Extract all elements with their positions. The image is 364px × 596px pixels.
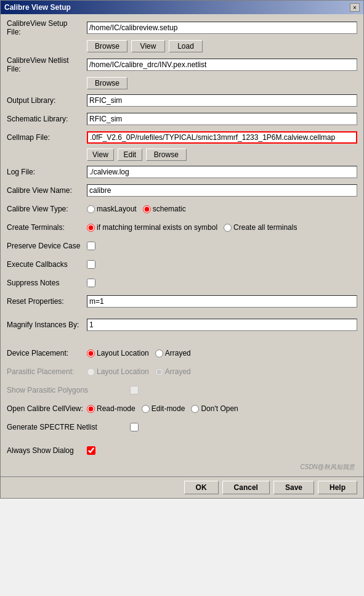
setup-file-buttons: Browse View Load [87, 40, 357, 52]
suppress-notes-checkbox-item [87, 279, 95, 287]
create-terminals-row: Create Terminals: if matching terminal e… [7, 220, 357, 235]
device-placement-arrayed-label: Arrayed [165, 349, 191, 357]
cellmap-browse-button[interactable]: Browse [146, 149, 187, 161]
open-calibre-edit[interactable]: Edit-mode [142, 404, 185, 413]
magnify-instances-input[interactable] [87, 319, 357, 331]
open-calibre-dont-label: Don't Open [201, 404, 238, 413]
watermark: CSDN@秋风知我意 [7, 462, 357, 471]
open-calibre-dont[interactable]: Don't Open [191, 404, 238, 413]
create-terminals-radio-group: if matching terminal exists on symbol Cr… [87, 223, 297, 232]
setup-view-button[interactable]: View [131, 40, 165, 52]
save-button[interactable]: Save [273, 481, 314, 494]
calibre-view-name-input[interactable] [87, 184, 357, 197]
magnify-instances-row: Magnify Instances By: [7, 317, 357, 332]
netlist-file-label: CalibreView Netlist File: [7, 56, 87, 73]
terminals-create-all-label: Create all terminals [233, 223, 297, 232]
always-show-checkbox-item [87, 446, 95, 455]
generate-spectre-checkbox[interactable] [130, 423, 139, 431]
parasitic-placement-layout[interactable]: Layout Location [87, 367, 149, 376]
open-calibre-read[interactable]: Read-mode [87, 404, 135, 413]
view-type-mask-label: maskLayout [97, 205, 137, 213]
device-placement-layout[interactable]: Layout Location [87, 349, 149, 357]
parasitic-placement-arrayed[interactable]: Arrayed [155, 367, 191, 376]
view-type-schematic[interactable]: schematic [143, 205, 186, 213]
view-type-radio-group: maskLayout schematic [87, 205, 186, 213]
cellmap-view-button[interactable]: View [87, 149, 114, 161]
show-parasitic-checkbox-item [130, 386, 139, 394]
generate-spectre-label: Generate SPECTRE Netlist [7, 423, 130, 431]
view-type-schematic-label: schematic [153, 205, 186, 213]
close-button[interactable]: × [350, 3, 360, 12]
terminals-matching-radio[interactable] [87, 224, 95, 232]
open-calibre-read-radio[interactable] [87, 405, 95, 413]
preserve-device-case-row: Preserve Device Case [7, 239, 357, 253]
log-file-label: Log File: [7, 168, 87, 176]
output-library-label: Output Library: [7, 96, 87, 105]
device-placement-arrayed[interactable]: Arrayed [155, 349, 191, 357]
setup-file-input[interactable] [87, 22, 357, 34]
terminals-matching-label: if matching terminal exists on symbol [97, 223, 217, 232]
form-content: CalibreView Setup File: Browse View Load… [1, 14, 363, 476]
cellmap-edit-button[interactable]: Edit [118, 149, 142, 161]
suppress-notes-row: Suppress Notes [7, 276, 357, 290]
main-window: Calibre View Setup × CalibreView Setup F… [0, 0, 364, 499]
schematic-library-label: Schematic Library: [7, 115, 87, 123]
suppress-notes-checkbox[interactable] [87, 279, 95, 287]
log-file-row: Log File: [7, 165, 357, 179]
always-show-row: Always Show Dialog [7, 443, 357, 458]
terminals-create-all[interactable]: Create all terminals [224, 223, 297, 232]
parasitic-placement-layout-label: Layout Location [97, 367, 149, 376]
view-type-mask-radio[interactable] [87, 205, 95, 213]
title-bar: Calibre View Setup × [1, 1, 363, 14]
always-show-checkbox[interactable] [87, 446, 95, 455]
netlist-file-buttons: Browse [87, 77, 357, 89]
cellmap-file-buttons: View Edit Browse [87, 149, 357, 161]
open-calibre-dont-radio[interactable] [191, 405, 199, 413]
cellmap-file-label: Cellmap File: [7, 133, 87, 142]
device-placement-layout-radio[interactable] [87, 349, 95, 357]
device-placement-layout-label: Layout Location [97, 349, 149, 357]
device-placement-arrayed-radio[interactable] [155, 349, 163, 357]
view-type-schematic-radio[interactable] [143, 205, 151, 213]
open-calibre-radio-group: Read-mode Edit-mode Don't Open [87, 404, 238, 413]
preserve-device-case-checkbox[interactable] [87, 242, 95, 250]
terminals-create-all-radio[interactable] [224, 224, 232, 232]
cancel-button[interactable]: Cancel [222, 481, 270, 494]
netlist-file-row: CalibreView Netlist File: [7, 56, 357, 73]
view-type-mask-layout[interactable]: maskLayout [87, 205, 137, 213]
generate-spectre-checkbox-item [130, 423, 139, 431]
schematic-library-input[interactable] [87, 113, 357, 125]
open-calibre-edit-radio[interactable] [142, 405, 150, 413]
output-library-input[interactable] [87, 94, 357, 107]
log-file-input[interactable] [87, 166, 357, 178]
cellmap-file-input[interactable] [87, 131, 357, 144]
execute-callbacks-label: Execute Callbacks [7, 260, 87, 269]
parasitic-placement-layout-radio [87, 368, 95, 376]
ok-button[interactable]: OK [184, 481, 219, 494]
netlist-browse-button[interactable]: Browse [87, 77, 127, 89]
device-placement-row: Device Placement: Layout Location Arraye… [7, 346, 357, 361]
output-library-row: Output Library: [7, 93, 357, 108]
device-placement-radio-group: Layout Location Arrayed [87, 349, 191, 357]
calibre-view-name-row: Calibre View Name: [7, 183, 357, 198]
generate-spectre-row: Generate SPECTRE Netlist [7, 420, 357, 435]
terminals-matching[interactable]: if matching terminal exists on symbol [87, 223, 217, 232]
open-calibre-edit-label: Edit-mode [152, 404, 185, 413]
always-show-label: Always Show Dialog [7, 446, 87, 455]
show-parasitic-row: Show Parasitic Polygons [7, 383, 357, 398]
open-calibre-row: Open Calibre CellView: Read-mode Edit-mo… [7, 401, 357, 416]
setup-load-button[interactable]: Load [169, 40, 203, 52]
netlist-file-input[interactable] [87, 59, 357, 71]
execute-callbacks-checkbox-item [87, 260, 95, 269]
reset-properties-row: Reset Properties: [7, 294, 357, 309]
show-parasitic-label: Show Parasitic Polygons [7, 386, 130, 394]
reset-properties-input[interactable] [87, 295, 357, 308]
execute-callbacks-row: Execute Callbacks [7, 257, 357, 272]
magnify-instances-label: Magnify Instances By: [7, 320, 87, 329]
help-button[interactable]: Help [318, 481, 357, 494]
window-title: Calibre View Setup [4, 3, 71, 12]
preserve-device-case-checkbox-item [87, 242, 95, 250]
setup-browse-button[interactable]: Browse [87, 40, 127, 52]
execute-callbacks-checkbox[interactable] [87, 260, 95, 269]
parasitic-placement-label: Parasitic Placement: [7, 367, 87, 376]
